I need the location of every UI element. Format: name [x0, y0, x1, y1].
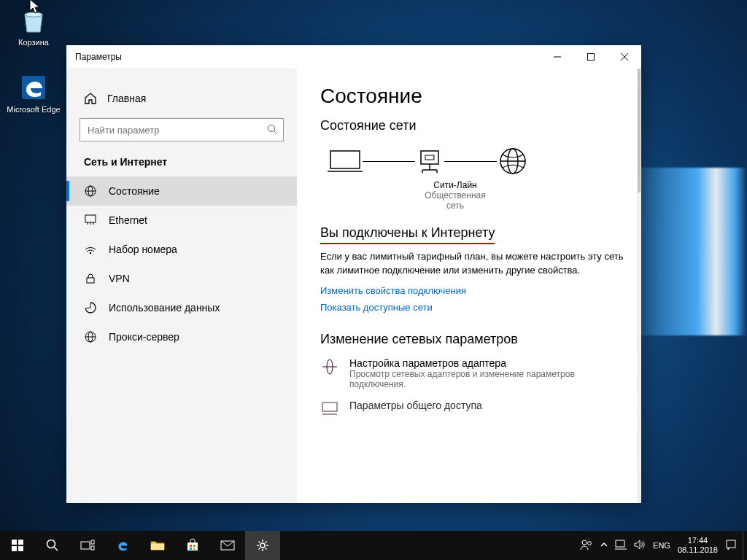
search-box[interactable] — [80, 118, 284, 141]
tray-people-icon[interactable] — [580, 538, 593, 553]
sidebar: Главная Сеть и Интернет Состояние Eth — [66, 69, 297, 503]
system-tray: ENG 17:44 08.11.2018 — [577, 536, 743, 554]
network-type: Общественная сеть — [415, 190, 495, 211]
taskbar-app-mail[interactable] — [210, 531, 245, 560]
maximize-button[interactable] — [574, 45, 608, 69]
ethernet-icon — [84, 214, 97, 227]
sidebar-item-label: Набор номера — [109, 244, 177, 255]
window-title: Параметры — [75, 52, 122, 62]
desktop-icon-label: Корзина — [18, 38, 49, 47]
svg-rect-40 — [12, 546, 17, 551]
svg-rect-52 — [193, 548, 196, 550]
svg-line-60 — [266, 548, 267, 550]
folder-icon — [150, 540, 165, 551]
search-input[interactable] — [86, 124, 267, 136]
sidebar-item-status[interactable]: Состояние — [66, 176, 297, 206]
section-network-status: Состояние сети — [320, 118, 630, 133]
svg-rect-51 — [190, 548, 192, 550]
start-button[interactable] — [0, 531, 35, 560]
link-show-available-networks[interactable]: Показать доступные сети — [320, 302, 630, 313]
option-title: Настройка параметров адаптера — [349, 357, 612, 369]
vpn-icon — [84, 272, 97, 285]
option-sharing-settings[interactable]: Параметры общего доступа — [320, 400, 630, 421]
svg-rect-22 — [330, 151, 360, 168]
svg-point-63 — [582, 540, 587, 545]
data-usage-icon — [84, 301, 97, 314]
minimize-button[interactable] — [541, 45, 574, 69]
svg-rect-24 — [421, 151, 438, 164]
desktop-icon-edge[interactable]: Microsoft Edge — [6, 73, 61, 114]
svg-line-43 — [55, 548, 58, 551]
option-subtitle: Просмотр сетевых адаптеров и изменение п… — [349, 369, 612, 389]
taskbar-app-edge[interactable] — [105, 531, 140, 560]
dialup-icon — [84, 243, 97, 256]
router-icon — [415, 147, 444, 176]
tray-notifications-icon[interactable] — [725, 539, 737, 552]
tray-volume-icon[interactable] — [634, 540, 646, 551]
option-adapter-settings[interactable]: Настройка параметров адаптера Просмотр с… — [320, 357, 630, 389]
status-icon — [84, 184, 97, 198]
sidebar-item-dialup[interactable]: Набор номера — [66, 235, 297, 264]
close-button[interactable] — [608, 45, 641, 69]
taskbar: ENG 17:44 08.11.2018 — [0, 531, 747, 560]
link-change-connection-properties[interactable]: Изменить свойства подключения — [320, 285, 630, 296]
svg-line-59 — [259, 542, 260, 543]
svg-rect-45 — [91, 540, 94, 544]
mouse-cursor — [29, 0, 42, 19]
sidebar-item-ethernet[interactable]: Ethernet — [66, 206, 297, 235]
svg-point-42 — [47, 540, 55, 548]
svg-rect-49 — [190, 545, 192, 547]
sidebar-item-proxy[interactable]: Прокси-сервер — [66, 322, 297, 351]
taskbar-app-explorer[interactable] — [140, 531, 175, 560]
svg-rect-47 — [151, 544, 164, 550]
titlebar[interactable]: Параметры — [66, 45, 641, 69]
sidebar-item-label: VPN — [109, 273, 130, 284]
svg-rect-46 — [91, 546, 94, 550]
sidebar-home[interactable]: Главная — [66, 88, 297, 115]
svg-rect-11 — [85, 215, 96, 222]
proxy-icon — [84, 330, 97, 343]
svg-point-15 — [90, 252, 91, 254]
show-desktop-button[interactable] — [743, 531, 747, 560]
sidebar-item-label: Прокси-сервер — [109, 331, 179, 343]
taskbar-app-store[interactable] — [175, 531, 210, 560]
connected-heading: Вы подключены к Интернету — [320, 225, 630, 244]
pc-icon — [328, 147, 363, 176]
svg-line-7 — [274, 131, 277, 133]
connected-body: Если у вас лимитный тарифный план, вы мо… — [320, 250, 627, 278]
settings-window: Параметры Главная Сет — [66, 45, 641, 503]
desktop-icon-label: Microsoft Edge — [7, 105, 60, 114]
tray-language[interactable]: ENG — [653, 541, 670, 550]
svg-line-18 — [85, 308, 90, 308]
tray-chevron-up-icon[interactable] — [600, 541, 608, 550]
adapter-icon — [320, 357, 339, 378]
svg-point-6 — [268, 125, 275, 131]
desktop-wallpaper-flare — [623, 168, 747, 335]
gear-icon — [256, 539, 269, 552]
sidebar-item-vpn[interactable]: VPN — [66, 264, 297, 293]
svg-rect-3 — [588, 54, 595, 61]
tray-clock[interactable]: 17:44 08.11.2018 — [678, 536, 718, 554]
svg-rect-48 — [187, 542, 198, 551]
svg-rect-44 — [81, 542, 90, 549]
sidebar-item-datausage[interactable]: Использование данных — [66, 293, 297, 322]
tray-network-icon[interactable] — [615, 540, 627, 551]
windows-icon — [12, 540, 23, 551]
svg-rect-39 — [18, 540, 23, 545]
home-icon — [84, 92, 97, 105]
svg-rect-41 — [18, 546, 23, 551]
page-title: Состояние — [320, 85, 630, 108]
search-icon — [267, 124, 277, 136]
search-icon — [46, 539, 59, 552]
svg-rect-50 — [193, 545, 196, 547]
svg-rect-67 — [727, 540, 735, 548]
taskbar-app-settings[interactable] — [245, 531, 280, 560]
option-title: Параметры общего доступа — [349, 400, 482, 411]
taskbar-taskview[interactable] — [70, 531, 105, 560]
tray-time: 17:44 — [678, 536, 718, 545]
sidebar-item-label: Использование данных — [109, 302, 220, 314]
taskbar-search[interactable] — [35, 531, 70, 560]
store-icon — [186, 539, 199, 552]
section-change-network-settings: Изменение сетевых параметров — [320, 332, 630, 347]
network-name: Сити-Лайн — [415, 180, 495, 190]
